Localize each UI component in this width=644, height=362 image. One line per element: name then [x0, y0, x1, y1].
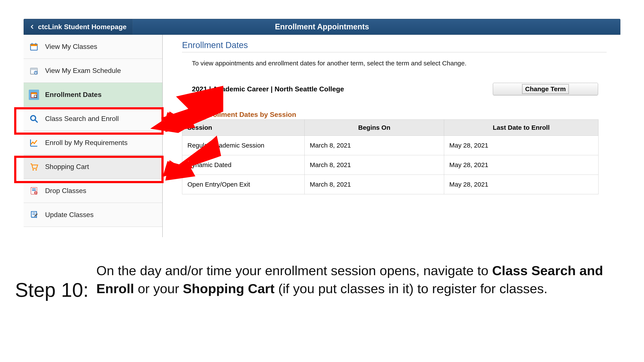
term-context: 2021 | Academic Career | North Seattle C…: [192, 85, 344, 93]
cell-last: May 28, 2021: [444, 175, 598, 194]
sidebar-item-shopping-cart[interactable]: Shopping Cart: [24, 155, 162, 179]
calendar-icon: [29, 42, 39, 52]
sidebar-item-label: Update Classes: [45, 211, 94, 219]
step-text: On the day and/or time your enrollment s…: [96, 262, 629, 298]
enrollment-dates-table: Session Begins On Last Date to Enroll Re…: [182, 119, 598, 194]
cell-session: Open Entry/Open Exit: [182, 175, 304, 194]
table-row: Open Entry/Open Exit March 8, 2021 May 2…: [182, 175, 598, 194]
cell-begins: March 8, 2021: [304, 136, 444, 155]
caption-text: (if you put classes in it) to register f…: [274, 281, 548, 296]
sidebar-item-label: Enroll by My Requirements: [45, 139, 128, 147]
sidebar-item-label: Class Search and Enroll: [45, 115, 119, 123]
receipt-edit-icon: [29, 210, 39, 220]
chart-line-icon: [29, 138, 39, 148]
sidebar-item-enroll-by-requirements[interactable]: Enroll by My Requirements: [24, 131, 162, 155]
sidebar-item-class-search-and-enroll[interactable]: Class Search and Enroll: [24, 107, 162, 131]
instruction-text: To view appointments and enrollment date…: [182, 60, 607, 67]
svg-rect-18: [32, 189, 36, 189]
svg-rect-19: [32, 190, 36, 191]
main-content: Enrollment Dates To view appointments an…: [163, 35, 620, 237]
cell-session: Dynamic Dated: [182, 155, 304, 175]
svg-point-15: [32, 169, 34, 170]
cell-last: May 28, 2021: [444, 136, 598, 155]
term-row: 2021 | Academic Career | North Seattle C…: [182, 83, 607, 95]
schedule-icon: [29, 66, 39, 76]
title-bar: ctcLink Student Homepage Enrollment Appo…: [24, 19, 620, 35]
term-year: 2021: [192, 85, 207, 93]
term-rest: | Academic Career | North Seattle Colleg…: [207, 85, 344, 93]
table-heading: Open Enrollment Dates by Session: [182, 111, 607, 119]
svg-rect-1: [30, 44, 37, 46]
svg-line-14: [35, 120, 37, 122]
sidebar-item-label: Drop Classes: [45, 187, 86, 195]
sidebar-item-label: Enrollment Dates: [45, 91, 102, 99]
svg-rect-3: [36, 43, 36, 45]
caption-text: On the day and/or time your enrollment s…: [96, 263, 492, 278]
cell-last: May 28, 2021: [444, 155, 598, 175]
body: View My Classes View My Exam Schedule En…: [24, 35, 620, 237]
col-last-date: Last Date to Enroll: [444, 120, 598, 136]
step-number: Step 10:: [15, 262, 89, 301]
table-row: Dynamic Dated March 8, 2021 May 28, 2021: [182, 155, 598, 175]
drop-list-icon: [29, 186, 39, 196]
caption-text: or your: [134, 281, 183, 296]
change-term-label: Change Term: [522, 84, 568, 93]
sidebar-item-enrollment-dates[interactable]: Enrollment Dates: [24, 83, 162, 107]
svg-rect-5: [30, 68, 37, 70]
section-heading: Enrollment Dates: [182, 40, 607, 52]
app-window: ctcLink Student Homepage Enrollment Appo…: [24, 19, 620, 237]
table-row: Regular Academic Session March 8, 2021 M…: [182, 136, 598, 155]
sidebar-item-label: View My Classes: [45, 43, 97, 51]
col-begins-on: Begins On: [304, 120, 444, 136]
table-header-row: Session Begins On Last Date to Enroll: [182, 120, 598, 136]
svg-rect-2: [32, 43, 33, 45]
sidebar: View My Classes View My Exam Schedule En…: [24, 35, 163, 237]
sidebar-item-view-my-classes[interactable]: View My Classes: [24, 35, 162, 59]
step-caption: Step 10: On the day and/or time your enr…: [15, 262, 629, 301]
search-icon: [29, 114, 39, 124]
back-button[interactable]: ctcLink Student Homepage: [24, 19, 133, 34]
cell-begins: March 8, 2021: [304, 175, 444, 194]
sidebar-item-view-my-exam-schedule[interactable]: View My Exam Schedule: [24, 59, 162, 83]
page-title: Enrollment Appointments: [275, 22, 369, 31]
sidebar-item-drop-classes[interactable]: Drop Classes: [24, 179, 162, 203]
calendar-search-icon: [29, 90, 39, 100]
col-session: Session: [182, 120, 304, 136]
svg-rect-10: [31, 93, 37, 94]
chevron-left-icon: [30, 23, 34, 31]
change-term-button[interactable]: Change Term: [493, 83, 598, 95]
sidebar-item-label: Shopping Cart: [45, 163, 89, 171]
back-label: ctcLink Student Homepage: [38, 23, 127, 31]
caption-bold: Shopping Cart: [183, 281, 274, 296]
svg-point-16: [36, 169, 37, 170]
sidebar-item-label: View My Exam Schedule: [45, 67, 121, 75]
cell-session: Regular Academic Session: [182, 136, 304, 155]
sidebar-item-update-classes[interactable]: Update Classes: [24, 203, 162, 227]
cart-icon: [29, 162, 39, 172]
cell-begins: March 8, 2021: [304, 155, 444, 175]
